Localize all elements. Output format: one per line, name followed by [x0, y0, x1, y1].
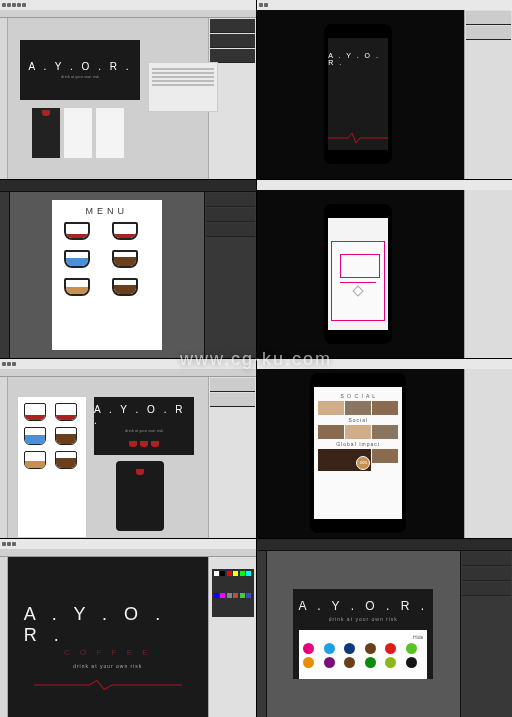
photo-thumb[interactable]	[372, 401, 398, 415]
color-picker-panel[interactable]: Hide	[299, 630, 427, 679]
menu-artboard[interactable]: MENU	[52, 200, 162, 350]
photo-thumb[interactable]	[345, 425, 371, 439]
cup-icon	[112, 222, 142, 244]
app-toolbar[interactable]	[0, 10, 256, 18]
panels-right[interactable]	[464, 369, 512, 538]
library-dialog-dark	[257, 180, 513, 359]
app-toolbar[interactable]	[0, 180, 256, 192]
tools-palette[interactable]	[0, 192, 10, 359]
swatches-panel[interactable]	[212, 569, 254, 617]
color-swatch[interactable]	[406, 643, 417, 654]
app-menubar[interactable]	[257, 0, 513, 10]
brand-artboard[interactable]: A . Y . O . R . C O F F E E drink at you…	[24, 577, 192, 697]
phone-thumb[interactable]	[116, 461, 164, 531]
brand-title: A . Y . O . R .	[94, 404, 194, 426]
color-swatch[interactable]	[303, 643, 314, 654]
ps-light-cups-brand: A . Y . O . R . drink at your own risk	[0, 359, 256, 538]
ekg-line-icon	[34, 677, 182, 689]
color-swatch[interactable]	[344, 657, 355, 668]
panels-right[interactable]	[204, 192, 256, 359]
phone-mockup[interactable]: S O C I A L Social Global Impact	[310, 373, 406, 533]
tools-palette[interactable]	[0, 18, 8, 179]
color-swatch[interactable]	[324, 657, 335, 668]
phone-screen[interactable]	[328, 218, 388, 330]
phone-preview-dark: A . Y . O . R .	[257, 0, 513, 179]
canvas-area[interactable]: A . Y . O . R . drink at your own risk	[8, 377, 208, 538]
canvas-area[interactable]: A . Y . O . R . drink at your own risk H…	[267, 551, 461, 718]
color-swatch[interactable]	[385, 657, 396, 668]
app-menubar[interactable]	[0, 539, 256, 549]
canvas-area[interactable]: A . Y . O . R . C O F F E E drink at you…	[8, 557, 208, 718]
cup-icon	[55, 427, 77, 445]
library-dialog[interactable]	[331, 241, 385, 321]
hide-button[interactable]: Hide	[413, 634, 423, 640]
thumb-3[interactable]	[96, 108, 124, 158]
cup-icon	[24, 403, 46, 421]
tools-palette[interactable]	[0, 377, 8, 538]
app-menubar[interactable]	[0, 359, 256, 369]
social-mid: Social	[348, 417, 368, 423]
cup-icon	[140, 441, 148, 447]
photo-thumb[interactable]	[318, 401, 344, 415]
cup-icon	[151, 441, 159, 447]
phone-social-dark: S O C I A L Social Global Impact	[257, 359, 513, 538]
diamond-icon	[353, 285, 364, 296]
fair-trade-badge-icon: 100%	[356, 456, 370, 470]
cup-icon	[112, 250, 142, 272]
library-drop-zone-icon[interactable]	[340, 254, 380, 278]
artboard-brand[interactable]: A . Y . O . R . drink at your own risk	[20, 40, 140, 100]
brand-artboard[interactable]: A . Y . O . R . drink at your own risk H…	[293, 589, 433, 679]
color-swatch[interactable]	[385, 643, 396, 654]
canvas-area[interactable]: MENU	[10, 192, 204, 359]
panels-right[interactable]	[464, 190, 512, 359]
tools-palette[interactable]	[0, 557, 8, 718]
panels-right[interactable]	[208, 377, 256, 538]
cup-icon	[64, 250, 94, 272]
panels-right[interactable]	[208, 557, 256, 718]
phone-screen[interactable]: S O C I A L Social Global Impact	[314, 387, 402, 519]
brand-card[interactable]: A . Y . O . R . drink at your own risk	[94, 397, 194, 455]
photo-grid	[318, 401, 398, 415]
tools-palette[interactable]	[257, 551, 267, 718]
thumb-2[interactable]	[64, 108, 92, 158]
color-swatch[interactable]	[365, 643, 376, 654]
app-menubar[interactable]	[257, 180, 513, 190]
canvas-area[interactable]: A . Y . O . R . drink at your own risk	[8, 18, 208, 179]
panels-right[interactable]	[464, 10, 512, 179]
photo-thumb[interactable]	[372, 449, 398, 463]
app-toolbar[interactable]	[0, 549, 256, 557]
phone-screen[interactable]: A . Y . O . R .	[328, 38, 388, 150]
photo-large[interactable]: 100%	[318, 449, 371, 471]
app-toolbar[interactable]	[257, 539, 513, 551]
brand-tagline: drink at your own risk	[73, 663, 142, 669]
cup-icon	[112, 278, 142, 300]
app-toolbar[interactable]	[0, 369, 256, 377]
color-swatch[interactable]	[303, 657, 314, 668]
brand-title: A . Y . O . R .	[29, 61, 132, 72]
app-menubar[interactable]	[0, 0, 256, 10]
brand-tagline: drink at your own risk	[61, 74, 99, 79]
cup-icon	[64, 222, 94, 244]
app-menubar[interactable]	[257, 359, 513, 369]
brand-tagline: drink at your own risk	[125, 428, 163, 433]
phone-mockup[interactable]	[324, 204, 392, 344]
ps-light-brand-canvas: A . Y . O . R . drink at your own risk	[0, 0, 256, 179]
dark-ui-colorpicker: A . Y . O . R . drink at your own risk H…	[257, 539, 513, 718]
phone-mockup[interactable]: A . Y . O . R .	[324, 24, 392, 164]
photo-thumb[interactable]	[372, 425, 398, 439]
brand-title: A . Y . O . R .	[298, 599, 428, 613]
photo-thumb[interactable]	[318, 425, 344, 439]
color-swatch[interactable]	[344, 643, 355, 654]
color-swatch[interactable]	[324, 643, 335, 654]
brand-tagline: drink at your own risk	[329, 616, 398, 622]
thumb-1[interactable]	[32, 108, 60, 158]
color-swatch[interactable]	[365, 657, 376, 668]
social-title: S O C I A L	[340, 393, 376, 399]
cups-artboard[interactable]	[18, 397, 86, 537]
note-panel[interactable]	[148, 62, 218, 112]
color-swatch[interactable]	[406, 657, 417, 668]
panels-right[interactable]	[460, 551, 512, 718]
dark-ui-menu: MENU	[0, 180, 256, 359]
photo-thumb[interactable]	[345, 401, 371, 415]
brand-coffee: C O F F E E	[64, 648, 152, 657]
